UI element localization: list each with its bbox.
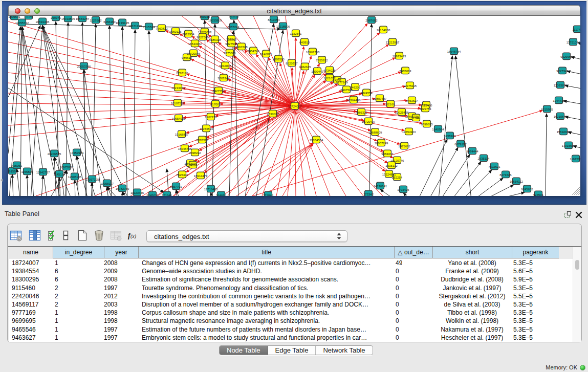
- svg-text:989612: 989612: [182, 56, 192, 59]
- svg-text:12975115: 12975115: [403, 84, 417, 87]
- svg-text:8912954: 8912954: [182, 33, 194, 36]
- svg-text:7485063: 7485063: [399, 70, 411, 73]
- svg-text:151546: 151546: [226, 38, 237, 41]
- svg-text:203312: 203312: [229, 16, 239, 18]
- svg-text:9146821: 9146821: [260, 53, 272, 56]
- svg-text:11923446: 11923446: [130, 191, 144, 194]
- svg-text:924501: 924501: [533, 193, 544, 196]
- svg-text:6734028: 6734028: [323, 69, 336, 72]
- svg-text:9777169: 9777169: [336, 81, 348, 84]
- svg-text:10973493: 10973493: [393, 55, 406, 58]
- svg-text:12505135: 12505135: [68, 176, 82, 179]
- svg-text:8427552: 8427552: [212, 90, 225, 93]
- svg-text:8454749: 8454749: [247, 50, 259, 53]
- svg-text:7986322: 7986322: [355, 111, 367, 114]
- svg-text:6466160: 6466160: [103, 20, 116, 24]
- svg-text:160338: 160338: [200, 16, 210, 18]
- svg-text:1388520: 1388520: [272, 58, 285, 61]
- svg-text:8215955: 8215955: [541, 108, 553, 111]
- svg-text:20364436: 20364436: [347, 99, 361, 102]
- svg-text:16543362: 16543362: [188, 42, 202, 46]
- svg-text:14136141: 14136141: [374, 185, 387, 188]
- svg-text:10958117: 10958117: [100, 182, 114, 185]
- svg-text:1733426: 1733426: [397, 188, 409, 191]
- svg-text:1990443: 1990443: [311, 70, 323, 73]
- svg-text:1527602: 1527602: [90, 19, 102, 22]
- svg-text:9474444: 9474444: [466, 150, 478, 153]
- svg-text:3375685: 3375685: [224, 52, 236, 55]
- svg-text:2803144: 2803144: [217, 77, 230, 80]
- svg-text:1975692: 1975692: [398, 145, 410, 148]
- svg-text:16210643: 16210643: [554, 115, 568, 118]
- svg-text:10025438: 10025438: [395, 111, 409, 114]
- svg-text:10719135: 10719135: [116, 21, 129, 25]
- svg-text:9242848: 9242848: [219, 64, 231, 68]
- svg-text:20206535: 20206535: [48, 152, 61, 156]
- svg-text:371848: 371848: [263, 194, 274, 196]
- svg-text:18807249: 18807249: [375, 142, 388, 145]
- svg-text:9899695: 9899695: [421, 123, 433, 126]
- svg-text:16046758: 16046758: [178, 147, 192, 150]
- svg-text:2156: 2156: [25, 16, 32, 18]
- svg-text:2967608: 2967608: [235, 46, 248, 49]
- svg-text:10107552: 10107552: [171, 102, 185, 105]
- svg-text:1640954: 1640954: [432, 128, 444, 131]
- svg-text:9245652: 9245652: [521, 188, 533, 191]
- svg-text:16914479: 16914479: [194, 174, 208, 178]
- svg-text:2935114: 2935114: [478, 157, 490, 160]
- svg-text:1244415: 1244415: [553, 99, 565, 102]
- svg-text:13226053: 13226053: [198, 31, 212, 34]
- svg-text:19384554: 19384554: [310, 139, 323, 142]
- svg-text:17957225: 17957225: [85, 178, 99, 181]
- svg-text:10653287: 10653287: [76, 17, 90, 20]
- svg-text:1615132: 1615132: [385, 164, 398, 167]
- svg-text:8186328: 8186328: [209, 38, 221, 41]
- svg-text:111743: 111743: [572, 28, 580, 31]
- svg-text:10671355: 10671355: [128, 25, 142, 28]
- svg-text:7632621: 7632621: [488, 165, 500, 168]
- svg-text:16033809: 16033809: [208, 19, 222, 22]
- svg-text:9657791: 9657791: [170, 185, 182, 188]
- svg-text:12942737: 12942737: [36, 171, 50, 174]
- svg-text:16154808: 16154808: [377, 29, 390, 32]
- svg-text:1362615: 1362615: [299, 65, 311, 69]
- svg-text:10975887: 10975887: [60, 166, 74, 169]
- svg-text:16033809: 16033809: [61, 17, 75, 20]
- svg-text:19166827: 19166827: [175, 133, 189, 136]
- svg-text:22420046: 22420046: [187, 52, 201, 55]
- svg-text:12213967: 12213967: [386, 41, 400, 44]
- svg-text:10688609: 10688609: [368, 131, 382, 134]
- svg-text:62160: 62160: [386, 103, 395, 106]
- svg-text:1167533: 1167533: [570, 158, 580, 161]
- svg-text:20691406: 20691406: [36, 20, 50, 24]
- svg-text:1132541: 1132541: [290, 32, 302, 35]
- svg-text:9329966: 9329966: [560, 55, 573, 58]
- svg-text:417006: 417006: [210, 103, 221, 106]
- svg-text:435061: 435061: [12, 164, 23, 167]
- svg-text:391591: 391591: [8, 170, 18, 173]
- svg-text:10654112: 10654112: [510, 180, 524, 183]
- svg-text:9115460: 9115460: [421, 104, 433, 107]
- svg-text:10807487: 10807487: [373, 97, 387, 100]
- svg-text:8878332: 8878332: [196, 139, 208, 142]
- svg-text:13751074: 13751074: [567, 41, 580, 44]
- svg-text:164685: 164685: [216, 194, 227, 196]
- svg-text:9327506: 9327506: [197, 36, 209, 39]
- svg-text:640910: 640910: [299, 41, 310, 44]
- svg-text:9245012: 9245012: [146, 194, 159, 196]
- svg-text:1544: 1544: [412, 117, 420, 120]
- svg-text:16782759: 16782759: [116, 187, 129, 190]
- svg-text:8471626: 8471626: [499, 173, 512, 177]
- svg-text:1156829: 1156829: [21, 170, 34, 173]
- svg-text:9227343: 9227343: [556, 70, 569, 73]
- svg-text:20053346: 20053346: [77, 65, 91, 68]
- svg-text:7663822: 7663822: [156, 27, 168, 30]
- svg-text:171646: 171646: [162, 194, 172, 196]
- svg-text:12055712: 12055712: [15, 21, 29, 25]
- svg-text:2718176: 2718176: [176, 72, 188, 75]
- svg-text:173342: 173342: [363, 193, 374, 196]
- svg-text:19218506: 19218506: [276, 25, 290, 28]
- svg-text:12093872: 12093872: [554, 84, 568, 87]
- svg-text:3498222: 3498222: [189, 151, 201, 155]
- svg-text:299371: 299371: [51, 16, 61, 19]
